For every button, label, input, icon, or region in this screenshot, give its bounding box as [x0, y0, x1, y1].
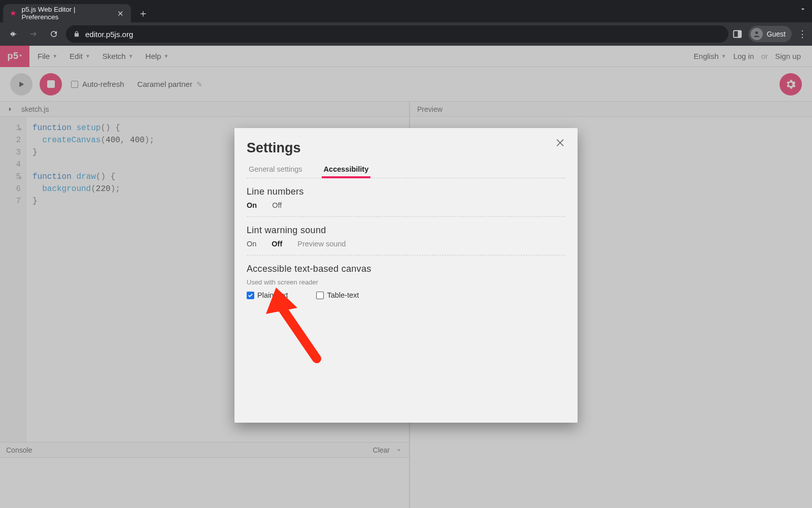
line-numbers-off[interactable]: Off: [272, 201, 282, 209]
settings-tabs: General settings Accessibility: [247, 165, 565, 178]
lock-icon: [73, 30, 80, 38]
svg-point-2: [755, 31, 758, 34]
p5-favicon-icon: [9, 9, 17, 17]
profile-chip[interactable]: Guest: [749, 26, 792, 42]
url-text: editor.p5js.org: [85, 30, 133, 39]
section-line-numbers: Line numbers On Off: [247, 178, 565, 217]
settings-title: Settings: [247, 140, 565, 156]
settings-modal: Settings General settings Accessibility …: [234, 128, 578, 423]
section-hint: Used with screen reader: [247, 278, 565, 286]
browser-tab[interactable]: p5.js Web Editor | Preferences ✕: [3, 4, 131, 22]
close-modal-button[interactable]: [555, 137, 566, 148]
reload-button[interactable]: [46, 26, 62, 42]
tab-accessibility[interactable]: Accessibility: [322, 165, 371, 178]
forward-button[interactable]: [25, 26, 42, 42]
new-tab-button[interactable]: ＋: [136, 6, 150, 20]
table-text-checkbox[interactable]: Table-text: [316, 291, 359, 299]
modal-overlay[interactable]: Settings General settings Accessibility …: [0, 46, 812, 508]
table-text-label: Table-text: [327, 291, 359, 299]
svg-rect-1: [737, 30, 741, 37]
checkbox-unchecked-icon: [316, 292, 324, 299]
plain-text-checkbox[interactable]: Plain-text: [247, 291, 288, 299]
close-icon: [555, 137, 566, 148]
menu-icon[interactable]: ⋮: [798, 28, 807, 40]
lint-sound-off[interactable]: Off: [272, 240, 282, 248]
section-title: Lint warning sound: [247, 225, 565, 236]
window-controls: [799, 5, 807, 13]
back-button[interactable]: [5, 26, 21, 42]
section-title: Accessible text-based canvas: [247, 264, 565, 274]
tab-strip: p5.js Web Editor | Preferences ✕ ＋: [0, 0, 812, 22]
line-numbers-on[interactable]: On: [247, 201, 257, 209]
section-title: Line numbers: [247, 186, 565, 197]
chevron-down-icon[interactable]: [799, 5, 807, 13]
svg-line-3: [279, 304, 317, 359]
checkbox-checked-icon: [247, 292, 254, 299]
plain-text-label: Plain-text: [257, 291, 288, 299]
tab-general[interactable]: General settings: [247, 165, 304, 178]
profile-label: Guest: [767, 30, 786, 38]
browser-toolbar: editor.p5js.org Guest ⋮: [0, 22, 812, 46]
avatar-icon: [751, 28, 763, 40]
tab-title: p5.js Web Editor | Preferences: [22, 6, 112, 21]
section-lint-sound: Lint warning sound On Off Preview sound: [247, 217, 565, 256]
section-accessible-canvas: Accessible text-based canvas Used with s…: [247, 256, 565, 306]
side-panel-icon[interactable]: [732, 29, 742, 39]
address-bar[interactable]: editor.p5js.org: [66, 25, 728, 43]
preview-sound-button[interactable]: Preview sound: [297, 240, 346, 248]
close-tab-icon[interactable]: ✕: [116, 9, 125, 18]
p5-editor-app: p5* File▼ Edit▼ Sketch▼ Help▼ English▼ L…: [0, 46, 812, 508]
lint-sound-on[interactable]: On: [247, 240, 256, 248]
chrome-right-controls: Guest ⋮: [732, 26, 807, 42]
browser-chrome: p5.js Web Editor | Preferences ✕ ＋ edito…: [0, 0, 812, 46]
